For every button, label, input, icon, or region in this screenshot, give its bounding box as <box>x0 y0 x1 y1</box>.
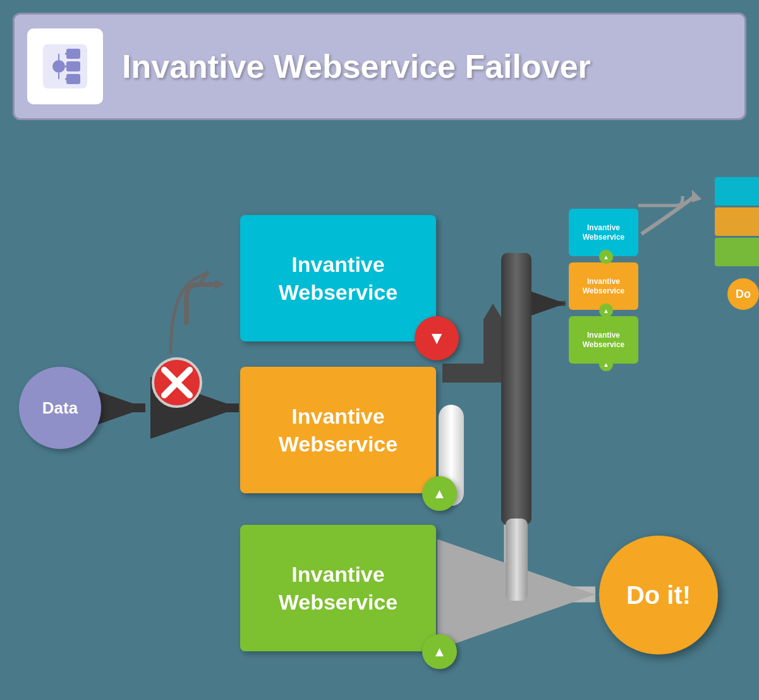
small-service-box-green: InvantiveWebservice <box>569 316 638 364</box>
small-service-box-orange: InvantiveWebservice <box>569 262 638 310</box>
main-vertical-connector <box>501 253 531 525</box>
small-green-up-3 <box>599 357 613 371</box>
svg-rect-1 <box>66 49 80 59</box>
red-down-indicator <box>415 316 459 360</box>
svg-rect-3 <box>66 74 80 84</box>
green-up-indicator-1 <box>422 476 457 511</box>
right-edge-stack <box>715 177 759 266</box>
service-box-orange: InvantiveWebservice <box>240 367 436 493</box>
green-up-indicator-2 <box>422 634 457 669</box>
right-exit-arrow <box>638 196 695 215</box>
header-banner: Invantive Webservice Failover <box>13 13 746 120</box>
service-box-cyan: InvantiveWebservice <box>240 215 436 341</box>
service-box-green: InvantiveWebservice <box>240 525 436 651</box>
small-green-up-1 <box>599 250 613 264</box>
svg-marker-20 <box>215 279 224 290</box>
logo-container <box>27 28 103 104</box>
white-vertical-connector <box>506 519 528 601</box>
invantive-logo-icon <box>40 41 90 92</box>
small-green-up-2 <box>599 304 613 317</box>
data-node: Data <box>19 367 101 449</box>
small-service-box-cyan: InvantiveWebservice <box>569 209 638 256</box>
svg-marker-15 <box>483 304 502 319</box>
redirect-arrow-icon <box>180 278 231 329</box>
do-partial-circle-edge: Do <box>727 278 759 310</box>
do-it-button[interactable]: Do it! <box>599 536 718 654</box>
error-x-symbol <box>149 354 205 411</box>
page-title: Invantive Webservice Failover <box>122 47 591 85</box>
svg-rect-2 <box>66 61 80 71</box>
svg-point-4 <box>52 60 65 73</box>
